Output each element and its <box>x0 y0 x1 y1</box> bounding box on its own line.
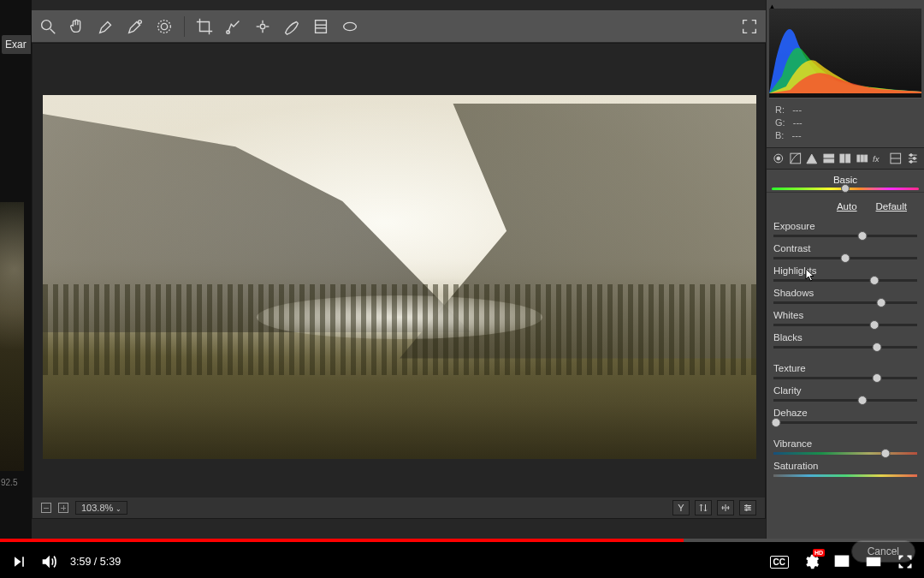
vibrance-knob[interactable] <box>881 449 891 458</box>
svg-rect-28 <box>857 155 860 162</box>
highlights-knob[interactable] <box>869 276 879 285</box>
svg-rect-27 <box>846 154 850 163</box>
graduated-filter-icon[interactable] <box>311 17 330 36</box>
canvas-statusbar: 103.8% ⌄ Y <box>33 498 765 518</box>
svg-text:fx: fx <box>873 154 880 164</box>
contrast-track[interactable] <box>773 257 917 259</box>
zoom-tool-icon[interactable] <box>38 17 57 36</box>
highlights-slider[interactable]: Highlights <box>773 263 917 282</box>
camera-raw-window: Exar 92.5 103.8% ⌄ Y <box>0 0 924 539</box>
video-player-controls: 3:59 / 5:39 CC HD <box>0 539 924 578</box>
compare-mode-button[interactable]: Y <box>672 500 690 515</box>
fill-view-icon[interactable] <box>58 503 68 513</box>
adjustment-brush-icon[interactable] <box>282 17 301 36</box>
svg-rect-25 <box>824 159 834 163</box>
saturation-label: Saturation <box>773 458 917 473</box>
curve-panel-icon[interactable] <box>789 152 803 165</box>
whites-knob[interactable] <box>869 320 879 330</box>
dehaze-knob[interactable] <box>772 418 781 427</box>
contrast-slider[interactable]: Contrast <box>773 241 917 259</box>
next-button-icon[interactable] <box>10 553 27 570</box>
texture-knob[interactable] <box>872 373 881 383</box>
splittoning-panel-icon[interactable] <box>838 152 852 165</box>
whites-slider[interactable]: Whites <box>773 307 917 326</box>
whites-track[interactable] <box>773 324 917 326</box>
volume-icon[interactable] <box>39 552 58 571</box>
hand-tool-icon[interactable] <box>68 17 86 36</box>
saturation-slider[interactable]: Saturation <box>773 458 917 477</box>
crop-tool-icon[interactable] <box>195 17 214 36</box>
dehaze-slider[interactable]: Dehaze <box>773 405 917 424</box>
theater-mode-icon[interactable] <box>864 554 883 569</box>
spot-removal-icon[interactable] <box>224 17 243 36</box>
histogram[interactable] <box>769 9 921 98</box>
svg-line-1 <box>50 28 56 33</box>
vibrance-slider[interactable]: Vibrance <box>773 436 917 455</box>
saturation-track[interactable] <box>773 474 917 477</box>
exposure-track[interactable] <box>773 235 917 237</box>
basic-panel-title: Basic <box>767 170 924 193</box>
before-after-icon[interactable] <box>717 500 734 515</box>
preferences-icon[interactable] <box>739 500 756 515</box>
lens-panel-icon[interactable] <box>856 152 869 165</box>
hd-badge: HD <box>813 549 825 557</box>
svg-rect-29 <box>861 155 863 162</box>
detail-panel-icon[interactable] <box>805 152 819 165</box>
shadows-slider[interactable]: Shadows <box>773 285 917 304</box>
auto-button[interactable]: Auto <box>837 201 857 212</box>
contrast-knob[interactable] <box>841 253 850 263</box>
targeted-adjustment-icon[interactable] <box>155 17 174 36</box>
clarity-track[interactable] <box>773 399 917 402</box>
wb-spectrum-slider[interactable] <box>772 188 919 190</box>
swap-icon[interactable] <box>695 500 712 515</box>
blacks-slider[interactable]: Blacks <box>773 330 917 349</box>
svg-point-39 <box>909 160 912 163</box>
color-sampler-icon[interactable] <box>126 17 145 36</box>
svg-point-3 <box>161 23 167 29</box>
hsl-panel-icon[interactable] <box>822 152 836 165</box>
blacks-label: Blacks <box>773 330 917 344</box>
presets-panel-icon[interactable] <box>906 152 920 165</box>
svg-point-14 <box>344 22 357 30</box>
svg-point-22 <box>777 157 780 160</box>
effects-panel-icon[interactable]: fx <box>872 152 886 165</box>
basic-panel-icon[interactable] <box>772 152 785 165</box>
settings-gear-icon[interactable]: HD <box>803 553 820 570</box>
progress-bar[interactable] <box>0 539 924 542</box>
highlights-track[interactable] <box>773 279 917 282</box>
zoom-level[interactable]: 103.8% ⌄ <box>75 501 127 515</box>
document-tab[interactable]: Exar <box>2 35 31 54</box>
filmstrip-thumbnail[interactable] <box>0 202 24 471</box>
blacks-knob[interactable] <box>872 343 881 352</box>
redeye-icon[interactable] <box>253 17 272 36</box>
shadows-knob[interactable] <box>877 298 886 307</box>
image-preview[interactable] <box>43 95 756 459</box>
texture-slider[interactable]: Texture <box>773 361 917 379</box>
captions-button[interactable]: CC <box>770 556 789 569</box>
exposure-slider[interactable]: Exposure <box>773 218 917 237</box>
svg-rect-42 <box>868 558 880 566</box>
fullscreen-icon[interactable] <box>897 553 914 570</box>
vibrance-track[interactable] <box>773 452 917 455</box>
whites-label: Whites <box>773 307 917 322</box>
shadows-track[interactable] <box>773 301 917 304</box>
white-balance-eyedropper-icon[interactable] <box>97 17 116 36</box>
exposure-label: Exposure <box>773 218 917 233</box>
default-button[interactable]: Default <box>876 201 907 212</box>
dehaze-label: Dehaze <box>773 405 917 420</box>
dehaze-track[interactable] <box>773 421 917 424</box>
fit-view-icon[interactable] <box>41 503 51 513</box>
blacks-track[interactable] <box>773 346 917 349</box>
vibrance-label: Vibrance <box>773 436 917 450</box>
radial-filter-icon[interactable] <box>341 17 359 36</box>
exposure-knob[interactable] <box>858 231 868 241</box>
svg-point-0 <box>42 20 51 29</box>
clarity-knob[interactable] <box>858 396 868 405</box>
texture-label: Texture <box>773 361 917 375</box>
adjustment-panel: ▲ R: --- G: --- B: --- fx <box>766 0 924 539</box>
clarity-slider[interactable]: Clarity <box>773 383 917 402</box>
miniplayer-icon[interactable] <box>833 553 850 570</box>
texture-track[interactable] <box>773 377 917 379</box>
calibration-panel-icon[interactable] <box>889 152 903 165</box>
toggle-fullscreen-icon[interactable] <box>740 17 759 36</box>
